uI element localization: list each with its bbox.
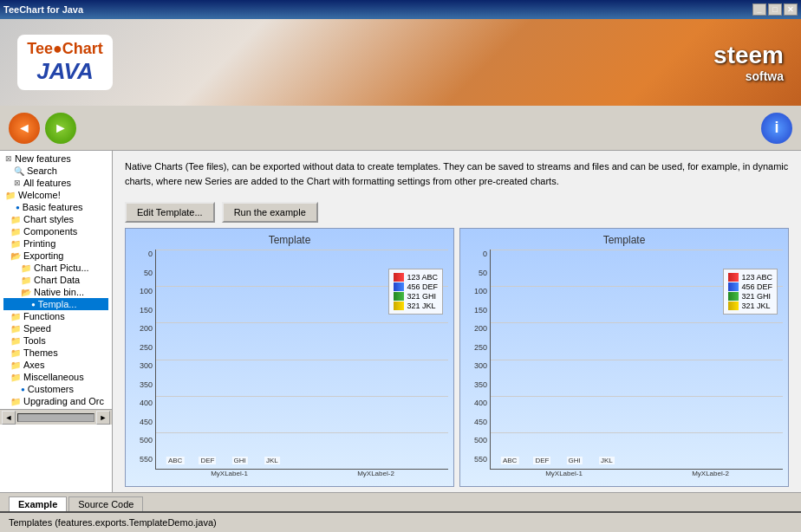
legend-label-7: 321 GHI <box>741 292 771 301</box>
sidebar-item-exporting[interactable]: 📂 Exporting <box>3 250 108 262</box>
bar-label-abc: ABC <box>166 457 184 464</box>
edit-template-button[interactable]: Edit Template... <box>125 202 215 223</box>
scroll-left-button[interactable]: ◄ <box>2 411 16 425</box>
bar-label-ghi: GHI <box>232 457 248 464</box>
sidebar-label-basic: Basic features <box>23 202 83 212</box>
logo-java: JAVA <box>36 58 94 85</box>
legend-color-yellow <box>394 302 404 310</box>
sidebar-label-chart-data: Chart Data <box>34 275 80 285</box>
bullet-basic: ● <box>16 204 20 211</box>
sidebar-label-welcome: Welcome! <box>18 190 61 200</box>
sidebar-item-all-features[interactable]: ⊠ All features <box>3 177 108 189</box>
info-button[interactable]: i <box>761 113 792 144</box>
sidebar-item-welcome[interactable]: 📁 Welcome! <box>3 189 108 201</box>
sidebar-label-axes: Axes <box>23 360 44 370</box>
sidebar-scrollbar[interactable]: ◄ ► <box>0 409 112 425</box>
chart-2-yaxis: 550 500 450 400 350 300 250 200 150 100 … <box>466 250 490 477</box>
main-area: ⊠ New features 🔍 Search ⊠ All features 📁… <box>0 151 801 492</box>
sidebar-item-miscellaneous[interactable]: 📁 Miscellaneous <box>3 371 108 383</box>
sidebar-label-printing: Printing <box>23 238 55 249</box>
folder-icon-chart-data: 📁 <box>21 276 31 285</box>
legend-item-2: 456 DEF <box>394 282 438 291</box>
sidebar-item-chart-picture[interactable]: 📁 Chart Pictu... <box>3 262 108 274</box>
sidebar-label-chart-picture: Chart Pictu... <box>34 263 89 273</box>
sidebar-item-axes[interactable]: 📁 Axes <box>3 359 108 371</box>
folder-icon-native-bin: 📂 <box>21 288 31 297</box>
sidebar-item-search[interactable]: 🔍 Search <box>3 165 108 177</box>
sidebar-label-speed: Speed <box>23 323 51 334</box>
legend-label-5: 123 ABC <box>741 273 772 282</box>
sidebar-item-customers[interactable]: ● Customers <box>3 383 108 395</box>
sidebar-label-tools: Tools <box>23 335 46 346</box>
sidebar-item-components[interactable]: 📁 Components <box>3 225 108 237</box>
sidebar-item-basic-features[interactable]: ● Basic features <box>3 201 108 213</box>
chart-2-title: Template <box>466 234 783 246</box>
sidebar-label-misc: Miscellaneous <box>23 372 84 382</box>
sidebar-item-functions[interactable]: 📁 Functions <box>3 310 108 322</box>
folder-icon-chart-picture: 📁 <box>21 263 31 273</box>
minimize-button[interactable]: _ <box>752 3 766 16</box>
legend-label-2: 456 DEF <box>407 282 438 291</box>
bar-label-def-2: DEF <box>533 457 550 464</box>
bullet-template: ● <box>31 301 36 308</box>
sidebar-item-chart-styles[interactable]: 📁 Chart styles <box>3 213 108 225</box>
close-button[interactable]: ✕ <box>784 3 798 16</box>
tab-source-code[interactable]: Source Code <box>68 496 143 511</box>
sidebar-label-all-features: All features <box>23 178 71 188</box>
logo-box: Tee●Chart JAVA <box>17 35 113 90</box>
steem-logo: steem softwa <box>713 42 784 83</box>
sidebar-item-tools[interactable]: 📁 Tools <box>3 334 108 347</box>
search-icon: 🔍 <box>14 166 24 176</box>
sidebar-label-components: Components <box>23 226 77 237</box>
folder-icon-welcome: 📁 <box>5 191 16 200</box>
folder-icon-speed: 📁 <box>10 324 21 334</box>
legend-item-4: 321 JKL <box>394 302 438 310</box>
forward-button[interactable]: ► <box>45 113 76 144</box>
bottom-tabs: Example Source Code <box>0 492 801 511</box>
legend-label-3: 321 GHI <box>407 292 436 301</box>
scroll-right-button[interactable]: ► <box>96 411 110 425</box>
description-content: Native Charts (Tee files), can be export… <box>125 161 788 186</box>
sidebar-item-themes[interactable]: 📁 Themes <box>3 347 108 359</box>
folder-icon-misc: 📁 <box>10 373 21 382</box>
folder-icon-exporting: 📂 <box>10 251 21 261</box>
bullet-customers: ● <box>21 386 25 393</box>
bar-label-jkl-2: JKL <box>599 457 615 464</box>
checkbox-icon: ⊠ <box>5 154 12 163</box>
legend-color-green-2 <box>728 292 739 301</box>
tab-example[interactable]: Example <box>9 496 67 511</box>
scroll-track[interactable] <box>17 413 94 422</box>
sidebar-item-speed[interactable]: 📁 Speed <box>3 322 108 334</box>
sidebar-label-chart-styles: Chart styles <box>23 214 74 224</box>
legend-color-yellow-2 <box>728 302 739 310</box>
description-text: Native Charts (Tee files), can be export… <box>113 151 801 197</box>
status-text: Templates (features.exports.TemplateDemo… <box>9 517 217 528</box>
legend-item-5: 123 ABC <box>728 273 772 282</box>
content-area: Native Charts (Tee files), can be export… <box>113 151 801 492</box>
sidebar-label-themes: Themes <box>23 347 58 358</box>
maximize-button[interactable]: □ <box>768 3 782 16</box>
bar-label-abc-2: ABC <box>501 457 518 464</box>
folder-icon-components: 📁 <box>10 227 21 237</box>
sidebar-item-new-features[interactable]: ⊠ New features <box>3 152 108 165</box>
logo-teechart: Tee●Chart <box>27 40 103 58</box>
chart-2-inner: 550 500 450 400 350 300 250 200 150 100 … <box>466 250 783 477</box>
sidebar-item-chart-data[interactable]: 📁 Chart Data <box>3 274 108 286</box>
bar-label-def: DEF <box>199 457 216 464</box>
sidebar-label-template: Templa... <box>38 299 77 309</box>
back-button[interactable]: ◄ <box>9 113 40 144</box>
legend-item-7: 321 GHI <box>728 292 772 301</box>
sidebar-item-upgrading[interactable]: 📁 Upgrading and Orc <box>3 395 108 407</box>
app-title: TeeChart for Java <box>3 4 83 15</box>
sidebar-item-native-bin[interactable]: 📂 Native bin... <box>3 286 108 298</box>
legend-label-8: 321 JKL <box>741 302 770 310</box>
sidebar-item-template[interactable]: ● Templa... <box>3 298 108 310</box>
charts-area: Template 550 500 450 400 350 300 250 200… <box>113 228 801 492</box>
toolbar: ◄ ► i <box>0 106 801 151</box>
sidebar-label-customers: Customers <box>28 384 74 394</box>
legend-label-6: 456 DEF <box>741 282 772 291</box>
legend-item-8: 321 JKL <box>728 302 772 310</box>
run-example-button[interactable]: Run the example <box>222 202 318 223</box>
sidebar-item-printing[interactable]: 📁 Printing <box>3 237 108 250</box>
bar-label-ghi-2: GHI <box>567 457 583 464</box>
